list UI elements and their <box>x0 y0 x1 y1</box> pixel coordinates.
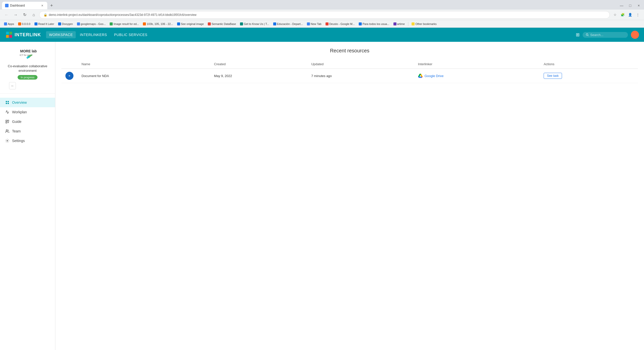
nav-item-workspace[interactable]: WORKSPACE <box>46 31 76 38</box>
table-cell-updated: 7 minutes ago <box>307 69 414 83</box>
sidebar-item-settings[interactable]: Settings <box>0 136 55 146</box>
sidebar-item-overview[interactable]: Overview <box>0 98 55 107</box>
bookmark-item[interactable]: 103b, 105, 106 - 22... <box>141 22 175 26</box>
bookmark-separator <box>408 22 408 26</box>
bookmark-item[interactable]: Read It Later <box>33 22 56 26</box>
logo-sq-br <box>9 35 12 38</box>
bookmark-item[interactable]: Para todos los usua... <box>357 22 391 26</box>
app-body: MORE lab ICT for good Co-evaluation coll… <box>0 42 644 350</box>
svg-point-15 <box>68 74 71 77</box>
bookmark-button[interactable]: ☆ <box>612 12 618 18</box>
project-logo: MORE lab ICT for good <box>18 47 38 62</box>
bookmark-label: New Tab <box>311 22 321 25</box>
tab-close-button[interactable]: × <box>40 4 44 8</box>
svg-text:MORE lab: MORE lab <box>20 49 37 53</box>
bookmark-label: Para todos los usua... <box>363 22 389 25</box>
new-tab-button[interactable]: + <box>48 2 55 9</box>
bookmark-item[interactable]: Image result for ed... <box>108 22 140 26</box>
bookmark-favicon <box>412 22 415 25</box>
table-row: Document for NDAMay 9, 20227 minutes ago… <box>61 69 638 83</box>
search-input[interactable] <box>590 33 625 37</box>
address-bar: ← → ↻ ⌂ 🔒 demo.interlink-project.eu/dash… <box>0 10 644 20</box>
bookmark-item[interactable]: Doxygen <box>57 22 74 26</box>
grid-icon <box>5 100 10 105</box>
menu-button[interactable]: ⋮ <box>634 12 641 18</box>
tab-bar: Dashboard × + — □ × <box>0 0 644 10</box>
section-title: Recent resources <box>61 48 638 54</box>
bookmark-item[interactable]: Deusto - Google M... <box>324 22 356 26</box>
project-header: MORE lab ICT for good Co-evaluation coll… <box>0 47 55 94</box>
back-nav-button[interactable]: ← <box>3 11 10 18</box>
bookmark-label: 0.0.0.0 <box>22 22 30 25</box>
logo: INTERLINK <box>5 31 41 39</box>
table-col-created: Created <box>210 60 307 69</box>
document-icon <box>65 72 73 80</box>
sidebar-item-label: Team <box>12 129 21 133</box>
home-button[interactable]: ⌂ <box>30 11 37 18</box>
bookmark-favicon <box>273 22 276 25</box>
bookmark-label: Doxygen <box>62 22 73 25</box>
bookmarks-bar: Apps0.0.0.0Read It LaterDoxygengooglemap… <box>0 20 644 28</box>
table-col-interlinker: Interlinker <box>414 60 540 69</box>
resources-table: NameCreatedUpdatedInterlinkerActions Doc… <box>61 60 638 83</box>
sidebar-item-guide[interactable]: Guide <box>0 117 55 126</box>
guide-icon <box>5 119 10 124</box>
logo-icon <box>5 31 13 39</box>
url-text: demo.interlink-project.eu/dashboard/copr… <box>49 13 606 17</box>
url-bar[interactable]: 🔒 demo.interlink-project.eu/dashboard/co… <box>39 11 610 19</box>
header-actions: ⊞ <box>576 31 639 39</box>
sidebar-item-workplan[interactable]: Workplan <box>0 107 55 117</box>
bookmark-label: 103b, 105, 106 - 22... <box>147 22 173 25</box>
bookmark-item[interactable]: Apps <box>3 22 16 26</box>
nav-item-interlinkers[interactable]: INTERLINKERS <box>77 31 110 38</box>
search-box[interactable] <box>583 32 628 38</box>
bookmark-item[interactable]: New Tab <box>305 22 323 26</box>
bookmark-favicon <box>143 22 146 25</box>
bookmark-item[interactable]: Other bookmarks <box>410 22 438 26</box>
bookmark-label: Deusto - Google M... <box>329 22 355 25</box>
bookmark-label: Image result for ed... <box>113 22 139 25</box>
grid-view-icon[interactable]: ⊞ <box>576 32 580 38</box>
table-cell-icon <box>61 69 77 83</box>
active-tab[interactable]: Dashboard × <box>2 2 47 9</box>
extension-button[interactable]: 🧩 <box>619 12 626 18</box>
bookmark-favicon <box>307 22 310 25</box>
bookmark-favicon <box>208 22 211 25</box>
bookmark-item[interactable]: googlemaps - Goo... <box>75 22 107 26</box>
status-badge: In progress <box>18 75 37 80</box>
sidebar-item-team[interactable]: Team <box>0 126 55 136</box>
bookmark-favicon <box>240 22 243 25</box>
back-arrow-icon: ← <box>11 84 14 88</box>
table-col-actions: Actions <box>540 60 638 69</box>
bookmark-item[interactable]: Get to Know Us | T... <box>238 22 270 26</box>
main-content: Recent resources NameCreatedUpdatedInter… <box>55 42 644 350</box>
back-button[interactable]: ← <box>9 82 16 89</box>
google-drive-link[interactable]: Google Drive <box>418 73 536 78</box>
bookmark-item[interactable]: Semantic DataBase <box>206 22 237 26</box>
bookmark-favicon <box>393 22 396 25</box>
settings-icon <box>5 138 10 143</box>
tab-favicon <box>5 4 9 7</box>
bookmark-favicon <box>177 22 180 25</box>
maximize-button[interactable]: □ <box>627 2 633 9</box>
bookmark-item[interactable]: 0.0.0.0 <box>17 22 32 26</box>
bookmark-favicon <box>18 22 21 25</box>
bookmark-label: Apps <box>8 22 14 25</box>
profile-button[interactable]: 👤 <box>627 12 633 18</box>
table-col-updated: Updated <box>307 60 414 69</box>
avatar[interactable] <box>631 31 639 39</box>
reload-button[interactable]: ↻ <box>21 11 28 18</box>
bookmark-item[interactable]: Educación - Depart... <box>272 22 304 26</box>
bookmark-item[interactable]: See original image <box>176 22 205 26</box>
forward-nav-button[interactable]: → <box>12 11 19 18</box>
close-window-button[interactable]: × <box>635 2 642 9</box>
nav-item-public-services[interactable]: PUBLIC SERVICES <box>111 31 150 38</box>
bookmark-item[interactable]: artime <box>392 22 407 26</box>
minimize-button[interactable]: — <box>618 2 625 9</box>
logo-square <box>6 32 12 38</box>
table-cell-actions: See task <box>540 69 638 83</box>
sidebar-item-label: Settings <box>12 139 25 143</box>
table-cell-interlinker: Google Drive <box>414 69 540 83</box>
see-task-button[interactable]: See task <box>544 73 562 79</box>
bookmark-favicon <box>110 22 113 25</box>
